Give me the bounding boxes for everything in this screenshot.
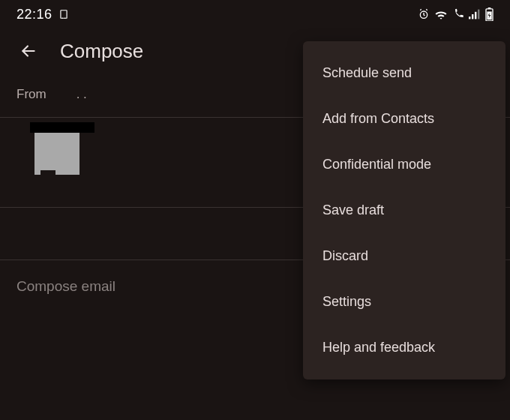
menu-item-label: Discard [322,248,368,263]
menu-item-help-feedback[interactable]: Help and feedback [303,325,506,370]
menu-item-settings[interactable]: Settings [303,279,506,325]
status-bar: 22:16 [0,0,510,28]
menu-item-save-draft[interactable]: Save draft [303,188,506,233]
from-value: . . [76,87,87,102]
recipient-chip-redacted[interactable] [34,133,80,175]
menu-item-label: Settings [322,294,371,309]
svg-rect-2 [469,16,470,19]
signal-icon [469,9,481,20]
menu-item-label: Add from Contacts [322,111,434,126]
svg-rect-0 [60,10,66,19]
svg-rect-5 [478,10,479,20]
menu-item-schedule-send[interactable]: Schedule send [303,50,506,96]
wifi-icon [434,9,448,20]
menu-item-confidential-mode[interactable]: Confidential mode [303,142,506,188]
svg-rect-3 [472,14,473,19]
phone-wifi-icon [452,8,464,20]
back-button[interactable] [15,38,42,64]
menu-item-label: Save draft [322,202,384,218]
notification-icon [58,9,69,20]
overflow-menu: Schedule send Add from Contacts Confiden… [303,41,506,380]
menu-item-label: Schedule send [322,65,412,80]
battery-icon [485,8,494,21]
svg-rect-7 [488,8,491,9]
menu-item-label: Confidential mode [322,157,431,172]
page-title: Compose [60,40,143,63]
svg-rect-4 [475,12,476,20]
menu-item-label: Help and feedback [322,340,435,355]
menu-item-discard[interactable]: Discard [303,233,506,279]
alarm-icon [418,8,430,20]
status-time: 22:16 [16,7,52,22]
menu-item-add-from-contacts[interactable]: Add from Contacts [303,96,506,142]
from-label: From [16,87,46,102]
